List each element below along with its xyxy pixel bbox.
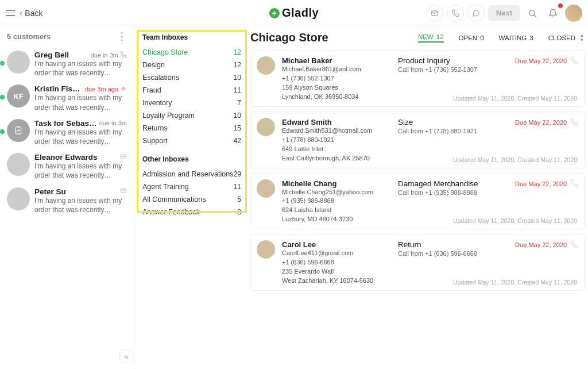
collapse-sidebar-icon[interactable]: « bbox=[119, 349, 133, 363]
inbox-item[interactable]: Loyalty Program 10 bbox=[142, 109, 241, 122]
chat-icon[interactable] bbox=[467, 5, 485, 22]
phone-icon bbox=[570, 240, 578, 249]
customer-name: Task for Sebasta... bbox=[34, 119, 97, 128]
inbox-item[interactable]: Chicago Store 12 bbox=[142, 46, 241, 59]
card-customer-email: Michelle.Chang251@yahoo.com bbox=[282, 188, 391, 197]
queue-tab-count: 0 bbox=[480, 34, 483, 41]
customer-name: Kristin Fisher bbox=[34, 84, 83, 93]
inbox-item[interactable]: All Communications 5 bbox=[142, 193, 241, 206]
svg-point-1 bbox=[529, 10, 535, 15]
card-due-label: Due May 22, 2020 bbox=[515, 119, 567, 126]
card-avatar bbox=[257, 240, 275, 259]
customer-avatar bbox=[7, 187, 30, 210]
card-avatar bbox=[257, 118, 275, 136]
inbox-item-label: Support bbox=[142, 137, 168, 145]
svg-rect-4 bbox=[121, 155, 126, 159]
card-avatar bbox=[257, 179, 275, 198]
queue-tab-label: OPEN bbox=[459, 34, 478, 41]
queue-tab-count: 12 bbox=[436, 33, 444, 40]
card-timestamps: Updated May 11, 2020, Created May 11, 20… bbox=[398, 84, 577, 102]
back-button[interactable]: ‹ Back bbox=[20, 8, 42, 18]
customer-preview: I'm having an issues with my order that … bbox=[34, 196, 127, 214]
inbox-item-label: Escalations bbox=[142, 74, 179, 82]
inbox-item[interactable]: Fraud 11 bbox=[142, 84, 241, 97]
queue-tab-label: CLOSED bbox=[548, 34, 575, 41]
card-customer-phone: +1 (778) 880-1921 bbox=[282, 136, 391, 145]
inbox-item[interactable]: Answer Feedback 8 bbox=[142, 206, 241, 218]
inbox-item[interactable]: Agent Training 11 bbox=[142, 180, 241, 193]
queue-tab[interactable]: WAITING 3 bbox=[499, 34, 533, 41]
notification-dot-icon bbox=[558, 3, 563, 8]
card-timestamps: Updated May 11, 2020, Created May 11, 20… bbox=[398, 146, 577, 163]
card-avatar bbox=[257, 56, 275, 75]
chevron-left-icon: ‹ bbox=[20, 8, 22, 18]
card-call-from: Call from +1 (736) 552-1307 bbox=[398, 66, 577, 73]
customer-count-label: 5 customers bbox=[7, 32, 51, 41]
customer-list-item[interactable]: Eleanor Edwards I'm having an issues wit… bbox=[3, 149, 130, 183]
inbox-item[interactable]: Admission and Reservations 29 bbox=[142, 168, 241, 180]
conversation-card[interactable]: Michael Baker Michael.Baker861@aol.com +… bbox=[250, 50, 585, 107]
queue-tab[interactable]: OPEN 0 bbox=[459, 34, 484, 41]
inbox-item-count: 5 bbox=[237, 195, 241, 203]
inbox-item-label: Returns bbox=[142, 124, 168, 132]
card-call-from: Call from +1 (778) 880-1921 bbox=[398, 128, 577, 134]
status-dot-icon bbox=[0, 61, 5, 66]
brand-plus-icon: + bbox=[269, 8, 280, 18]
customer-preview: I'm having an issues with my order that … bbox=[34, 162, 127, 180]
inbox-item-count: 11 bbox=[234, 183, 241, 191]
inbox-item[interactable]: Inventory 7 bbox=[142, 97, 241, 109]
sidebar-kebab-icon[interactable]: ⋮ bbox=[117, 30, 127, 43]
conversation-card[interactable]: Edward Smith Edward.Smith531@hotmail.com… bbox=[250, 112, 585, 168]
phone-icon bbox=[570, 118, 578, 127]
brand-logo: + Gladly bbox=[269, 6, 319, 20]
card-customer-addr2: West Zachariah, KY 16074-5630 bbox=[282, 276, 391, 286]
customer-avatar bbox=[7, 153, 30, 176]
hamburger-menu-icon[interactable] bbox=[6, 10, 15, 16]
card-timestamps: Updated May 11, 2020, Created May 11, 20… bbox=[398, 268, 577, 286]
conversation-card[interactable]: Michelle Chang Michelle.Chang251@yahoo.c… bbox=[250, 173, 585, 230]
customer-list-item[interactable]: KF Kristin Fisher due 3m ago I'm having … bbox=[3, 81, 130, 115]
inbox-item-count: 12 bbox=[234, 48, 241, 56]
inbox-item-count: 10 bbox=[234, 74, 241, 82]
customer-list-item[interactable]: Greg Bell due in 3m I'm having an issues… bbox=[3, 47, 130, 81]
card-customer-email: Edward.Smith531@hotmail.com bbox=[282, 126, 391, 136]
mail-icon[interactable] bbox=[426, 5, 443, 22]
queue-tab[interactable]: NEW 12 bbox=[418, 33, 444, 43]
customer-list-item[interactable]: Peter Su I'm having an issues with my or… bbox=[3, 184, 130, 218]
inbox-item[interactable]: Support 42 bbox=[142, 134, 241, 147]
inbox-item-count: 11 bbox=[234, 86, 241, 94]
search-icon[interactable] bbox=[524, 5, 541, 22]
queue-tab[interactable]: CLOSED bbox=[548, 34, 578, 41]
inbox-item[interactable]: Returns 15 bbox=[142, 122, 241, 134]
customer-name: Peter Su bbox=[34, 187, 66, 196]
back-label: Back bbox=[25, 9, 42, 18]
queue-tab-count: 3 bbox=[529, 34, 533, 41]
inbox-item[interactable]: Design 12 bbox=[142, 59, 241, 71]
inbox-item-label: Inventory bbox=[142, 99, 172, 107]
customer-list-item[interactable]: Task for Sebasta... due in 3m I'm having… bbox=[3, 116, 130, 149]
notifications-icon[interactable] bbox=[544, 5, 562, 22]
queue-tab-label: NEW bbox=[418, 33, 434, 40]
svg-rect-0 bbox=[432, 10, 438, 15]
card-due-label: Due May 22, 2020 bbox=[515, 57, 567, 64]
card-customer-addr2: Lynchland, OK 36950-8034 bbox=[282, 93, 391, 102]
phone-icon[interactable] bbox=[447, 5, 464, 22]
svg-point-2 bbox=[123, 90, 124, 91]
card-customer-addr1: 235 Everardo Wall bbox=[282, 267, 391, 276]
user-avatar[interactable] bbox=[565, 5, 582, 22]
card-call-from: Call from +1 (935) 986-8868 bbox=[398, 189, 577, 196]
card-customer-name: Michelle Chang bbox=[282, 179, 391, 188]
customer-name: Greg Bell bbox=[34, 51, 69, 59]
phone-icon bbox=[120, 51, 127, 59]
conversation-card[interactable]: Carol Lee CarolLee411@gmail.com +1 (636)… bbox=[250, 234, 585, 291]
customer-due-meta: due in 3m bbox=[91, 51, 127, 59]
card-customer-phone: +1 (736) 552-1307 bbox=[282, 74, 391, 83]
card-timestamps: Updated May 11, 2020, Created May 11, 20… bbox=[398, 207, 577, 224]
next-button: Next bbox=[488, 5, 520, 21]
phone-icon bbox=[570, 179, 578, 189]
customer-avatar: KF bbox=[7, 84, 30, 107]
sort-toggle-icon[interactable]: ▴▾ bbox=[581, 33, 583, 41]
inbox-item[interactable]: Escalations 10 bbox=[142, 71, 241, 84]
card-customer-name: Edward Smith bbox=[282, 118, 391, 126]
mail-icon bbox=[120, 187, 127, 195]
